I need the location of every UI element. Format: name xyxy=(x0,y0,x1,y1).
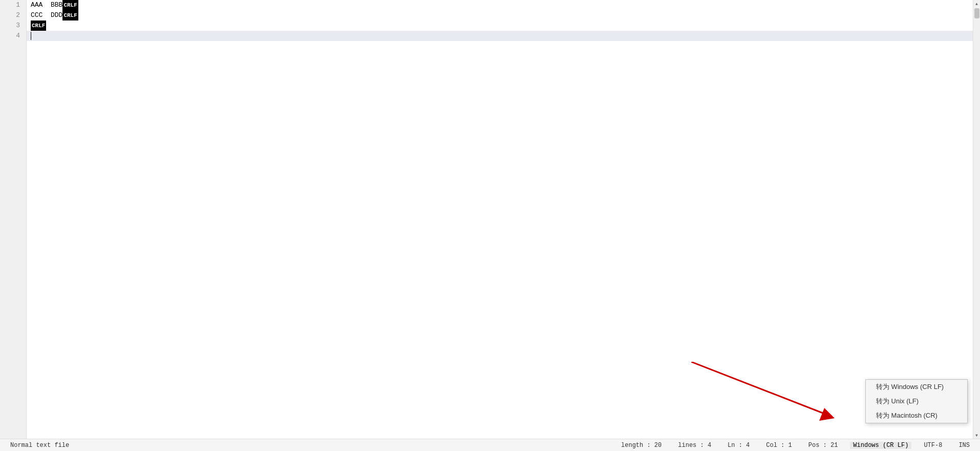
line-number-2: 2 xyxy=(16,10,22,20)
code-line-4 xyxy=(27,31,973,41)
status-bar: Normal text file length : 20 lines : 4 L… xyxy=(0,439,980,451)
line-number-1: 1 xyxy=(16,0,22,10)
lines-indicator: lines : 4 xyxy=(674,442,715,449)
status-left: Normal text file xyxy=(6,442,617,449)
line-number-4: 4 xyxy=(16,31,22,41)
editor-container: 1 2 3 4 AAA BBBCRLF CCC DDDCRLF CRLF xyxy=(0,0,980,439)
text-cursor xyxy=(31,32,31,40)
editor-text-area[interactable]: AAA BBBCRLF CCC DDDCRLF CRLF 转为 Windows … xyxy=(27,0,973,439)
scroll-up-arrow[interactable]: ▲ xyxy=(973,0,981,7)
code-line-1: AAA BBBCRLF xyxy=(27,0,973,10)
svg-marker-1 xyxy=(819,408,835,421)
context-menu-item-windows-crlf[interactable]: 转为 Windows (CR LF) xyxy=(866,380,967,394)
code-line-2: CCC DDDCRLF xyxy=(27,10,973,20)
line1-text: AAA BBB xyxy=(31,0,62,10)
line-number-3: 3 xyxy=(16,20,22,31)
context-menu: 转为 Windows (CR LF) 转为 Unix (LF) 转为 Macin… xyxy=(865,379,968,423)
file-type-label: Normal text file xyxy=(6,442,73,449)
status-right: length : 20 lines : 4 Ln : 4 Col : 1 Pos… xyxy=(617,442,974,449)
scroll-down-arrow[interactable]: ▼ xyxy=(973,432,981,439)
line-ending-selector[interactable]: Windows (CR LF) xyxy=(850,442,911,449)
line2-crlf-badge: CRLF xyxy=(62,10,78,20)
code-line-3: CRLF xyxy=(27,20,973,31)
vertical-scrollbar[interactable]: ▲ ▼ xyxy=(973,0,980,439)
line2-text: CCC DDD xyxy=(31,10,62,20)
context-menu-item-unix-lf[interactable]: 转为 Unix (LF) xyxy=(866,394,967,408)
annotation-arrow xyxy=(691,362,855,423)
ln-indicator: Ln : 4 xyxy=(723,442,754,449)
line3-crlf-badge: CRLF xyxy=(31,20,46,31)
encoding-indicator[interactable]: UTF-8 xyxy=(920,442,946,449)
line-numbers: 1 2 3 4 xyxy=(0,0,27,439)
col-indicator: Col : 1 xyxy=(762,442,796,449)
length-indicator: length : 20 xyxy=(617,442,666,449)
context-menu-item-macintosh-cr[interactable]: 转为 Macintosh (CR) xyxy=(866,408,967,423)
line1-crlf-badge: CRLF xyxy=(62,0,78,10)
insert-mode-indicator: INS xyxy=(954,442,974,449)
svg-line-0 xyxy=(691,362,829,416)
scroll-thumb[interactable] xyxy=(974,8,979,18)
pos-indicator: Pos : 21 xyxy=(804,442,842,449)
